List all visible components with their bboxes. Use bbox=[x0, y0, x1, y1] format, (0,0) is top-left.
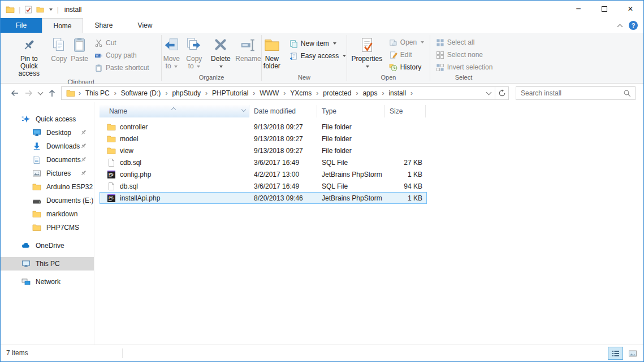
new-item-button[interactable]: New item bbox=[289, 38, 346, 49]
rename-icon bbox=[240, 36, 257, 54]
status-bar: 7 items bbox=[1, 344, 643, 361]
window-folder-icon bbox=[6, 5, 15, 14]
quick-access-star-icon bbox=[21, 115, 31, 124]
tab-file[interactable]: File bbox=[1, 18, 42, 33]
titlebar: | | install − × bbox=[1, 1, 643, 18]
maximize-button[interactable] bbox=[591, 1, 617, 18]
column-header-name[interactable]: Name bbox=[100, 105, 249, 117]
sidebar-item-markdown[interactable]: markdown bbox=[1, 207, 94, 221]
sidebar-item-onedrive[interactable]: OneDrive bbox=[1, 239, 94, 252]
sidebar-item-network[interactable]: Network bbox=[1, 275, 94, 289]
file-row-installapi-php[interactable]: PSinstallApi.php 8/20/2013 09:46 JetBrai… bbox=[100, 192, 427, 204]
navigation-pane: Quick access Desktop Downloads Documents… bbox=[1, 102, 94, 344]
file-row-cdb-sql[interactable]: cdb.sql 3/6/2017 16:49 SQL File 27 KB bbox=[100, 156, 427, 168]
ribbon-group-clipboard: Pin to Quick access Copy Paste Cut bbox=[1, 33, 161, 83]
tab-home[interactable]: Home bbox=[42, 18, 83, 33]
sidebar-item-this-pc[interactable]: This PC bbox=[1, 257, 94, 271]
easy-access-button[interactable]: Easy access bbox=[289, 50, 346, 62]
address-box[interactable]: › This PC› Software (D:)› phpStudy› PHPT… bbox=[61, 86, 509, 100]
qat-new-folder-icon[interactable] bbox=[36, 6, 44, 14]
collapse-ribbon-chevron[interactable] bbox=[617, 24, 623, 29]
column-header-size[interactable]: Size bbox=[385, 105, 426, 117]
copy-path-button[interactable]: W... Copy path bbox=[94, 50, 149, 61]
open-button[interactable]: Open bbox=[389, 37, 424, 48]
up-button[interactable] bbox=[45, 86, 59, 101]
invert-selection-button[interactable]: Invert selection bbox=[436, 62, 493, 73]
crumb-apps[interactable]: apps bbox=[361, 88, 378, 99]
paste-button[interactable]: Paste bbox=[69, 34, 90, 64]
search-input[interactable] bbox=[516, 89, 623, 97]
sidebar-item-downloads[interactable]: Downloads bbox=[1, 139, 94, 153]
qat-separator: | bbox=[19, 5, 20, 14]
new-folder-button[interactable]: New folder bbox=[259, 34, 285, 71]
sidebar-item-arduino-esp32[interactable]: Arduino ESP32 bbox=[1, 180, 94, 194]
close-button[interactable]: × bbox=[617, 1, 643, 18]
crumb-protected[interactable]: protected bbox=[322, 88, 352, 99]
crumb-phptutorial[interactable]: PHPTutorial bbox=[211, 88, 249, 99]
column-header-date-modified[interactable]: Date modified bbox=[249, 105, 317, 117]
file-row-controller[interactable]: controller 9/13/2018 09:27 File folder bbox=[100, 121, 427, 133]
details-view-button[interactable] bbox=[608, 347, 623, 360]
crumb-phpstudy[interactable]: phpStudy bbox=[171, 88, 202, 99]
pin-icon bbox=[80, 169, 87, 177]
column-header-type[interactable]: Type bbox=[317, 105, 385, 117]
cut-icon bbox=[94, 39, 103, 47]
refresh-button[interactable] bbox=[495, 87, 508, 99]
crumb-install[interactable]: install bbox=[387, 88, 407, 99]
back-button[interactable] bbox=[7, 86, 21, 101]
crumb-separator: › bbox=[202, 89, 211, 97]
qat-customize-chevron[interactable] bbox=[49, 8, 53, 11]
sidebar-item-quick-access[interactable]: Quick access bbox=[1, 112, 94, 126]
svg-text:PS: PS bbox=[109, 195, 114, 199]
cut-button[interactable]: Cut bbox=[94, 37, 149, 49]
sidebar-item-desktop[interactable]: Desktop bbox=[1, 126, 94, 139]
drive-icon bbox=[32, 196, 41, 205]
folder-icon bbox=[32, 223, 41, 232]
file-row-config-php[interactable]: PSconfig.php 4/2/2017 13:00 JetBrains Ph… bbox=[100, 168, 427, 180]
properties-button[interactable]: Properties bbox=[349, 34, 384, 71]
column-headers: Name Date modified Type Size bbox=[100, 105, 426, 117]
qat-properties-icon[interactable] bbox=[24, 6, 32, 14]
tab-share[interactable]: Share bbox=[83, 18, 124, 33]
sidebar-item-documents-e[interactable]: Documents (E:) bbox=[1, 194, 94, 207]
move-to-button[interactable]: Move to bbox=[160, 34, 183, 71]
search-icon[interactable] bbox=[623, 89, 635, 97]
copy-button[interactable]: Copy bbox=[49, 34, 69, 64]
explorer-window: | | install − × File Home Share View ? bbox=[0, 0, 644, 362]
crumb-www[interactable]: WWW bbox=[258, 88, 280, 99]
folder-icon bbox=[32, 182, 41, 191]
crumb-separator: › bbox=[407, 89, 416, 97]
copy-to-button[interactable]: Copy to bbox=[183, 34, 205, 71]
help-button[interactable]: ? bbox=[629, 21, 638, 30]
address-dropdown-chevron[interactable] bbox=[482, 87, 495, 99]
select-none-icon bbox=[436, 51, 444, 59]
select-all-button[interactable]: Select all bbox=[436, 37, 493, 48]
pictures-icon bbox=[32, 169, 41, 178]
organize-group-label: Organize bbox=[162, 74, 261, 83]
recent-locations-chevron[interactable] bbox=[36, 86, 45, 101]
file-row-view[interactable]: view 9/13/2018 09:27 File folder bbox=[100, 145, 427, 156]
minimize-button[interactable]: − bbox=[565, 1, 591, 18]
sql-file-icon bbox=[107, 182, 116, 191]
sidebar-item-php7cms[interactable]: PHP7CMS bbox=[1, 221, 94, 234]
edit-icon bbox=[389, 51, 397, 59]
crumb-yxcms[interactable]: YXcms bbox=[289, 88, 313, 99]
history-button[interactable]: History bbox=[389, 62, 424, 73]
move-to-icon bbox=[163, 36, 180, 54]
name-filter-chevron[interactable] bbox=[241, 107, 246, 112]
file-row-model[interactable]: model 9/13/2018 09:27 File folder bbox=[100, 133, 427, 145]
sidebar-item-pictures[interactable]: Pictures bbox=[1, 167, 94, 180]
file-row-db-sql[interactable]: db.sql 3/6/2017 16:49 SQL File 94 KB bbox=[100, 180, 427, 192]
thumbnail-view-button[interactable] bbox=[625, 347, 640, 360]
paste-shortcut-button[interactable]: Paste shortcut bbox=[94, 62, 149, 73]
select-none-button[interactable]: Select none bbox=[436, 49, 493, 60]
crumb-this-pc[interactable]: This PC bbox=[84, 88, 111, 99]
search-box bbox=[516, 86, 636, 100]
delete-button[interactable]: Delete bbox=[208, 34, 234, 71]
forward-button[interactable] bbox=[21, 86, 36, 101]
pin-to-quick-access-button[interactable]: Pin to Quick access bbox=[9, 34, 49, 78]
edit-button[interactable]: Edit bbox=[389, 49, 424, 60]
sidebar-item-documents[interactable]: Documents bbox=[1, 153, 94, 167]
crumb-software-d[interactable]: Software (D:) bbox=[120, 88, 162, 99]
tab-view[interactable]: View bbox=[124, 18, 166, 33]
